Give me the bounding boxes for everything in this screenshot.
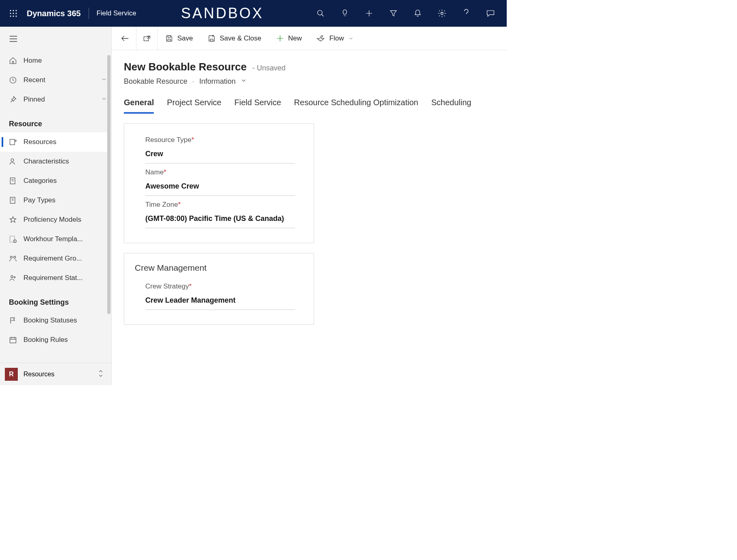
quick-create-button[interactable] <box>357 0 381 27</box>
chevron-down-icon <box>348 36 354 41</box>
save-close-button[interactable]: Save & Close <box>200 27 269 50</box>
tab-general[interactable]: General <box>124 98 154 114</box>
field-value[interactable]: Crew Leader Management <box>145 291 295 310</box>
svg-point-14 <box>11 159 14 161</box>
svg-point-7 <box>13 15 14 17</box>
tab-project-service[interactable]: Project Service <box>167 98 221 114</box>
general-card: Resource Type* Crew Name* Awesome Crew T… <box>124 123 314 243</box>
star-icon <box>9 216 17 224</box>
save-state: - Unsaved <box>252 64 285 72</box>
save-close-icon <box>208 34 216 42</box>
tab-field-service[interactable]: Field Service <box>234 98 281 114</box>
chevron-down-icon <box>240 77 247 84</box>
sidebar-item-label: Home <box>23 57 42 65</box>
svg-point-21 <box>11 276 13 278</box>
sidebar-item-label: Pay Types <box>23 196 55 204</box>
svg-rect-26 <box>168 36 171 37</box>
sidebar-item-label: Proficiency Models <box>23 216 81 224</box>
required-mark: * <box>164 168 166 176</box>
sidebar-item-reqgroups[interactable]: Requirement Gro... <box>0 249 107 268</box>
card-heading: Crew Management <box>135 263 303 273</box>
area-badge: R <box>5 368 18 381</box>
tab-rso[interactable]: Resource Scheduling Optimization <box>294 98 418 114</box>
plus-icon <box>276 34 284 42</box>
sidebar-item-label: Booking Rules <box>23 336 68 344</box>
sidebar-item-pinned[interactable]: Pinned <box>0 90 107 109</box>
sidebar-item-paytypes[interactable]: Pay Types <box>0 191 107 210</box>
svg-rect-12 <box>10 139 15 144</box>
sidebar-item-characteristics[interactable]: Characteristics <box>0 152 107 171</box>
tab-scheduling[interactable]: Scheduling <box>431 98 471 114</box>
site-map-sidebar: Home Recent Pinned Resource Resources Ch… <box>0 27 112 385</box>
save-button[interactable]: Save <box>158 27 200 50</box>
svg-rect-17 <box>10 236 15 242</box>
environment-label: SANDBOX <box>136 5 308 22</box>
svg-point-0 <box>10 10 11 11</box>
open-new-window-button[interactable] <box>136 27 158 50</box>
crew-card: Crew Management Crew Strategy* Crew Lead… <box>124 253 314 325</box>
svg-rect-24 <box>144 36 149 40</box>
sidebar-toggle-button[interactable] <box>0 27 111 51</box>
form-content: New Bookable Resource - Unsaved Bookable… <box>112 50 507 335</box>
sidebar-item-label: Workhour Templa... <box>23 235 83 243</box>
svg-point-3 <box>10 13 11 14</box>
sidebar-item-bookingrules[interactable]: Booking Rules <box>0 330 107 350</box>
sidebar-item-reqstatus[interactable]: Requirement Stat... <box>0 268 107 288</box>
svg-rect-27 <box>210 39 213 41</box>
resource-icon <box>9 138 17 146</box>
sidebar-heading-booking: Booking Settings <box>0 288 107 311</box>
notifications-button[interactable] <box>406 0 430 27</box>
sidebar-item-categories[interactable]: Categories <box>0 171 107 191</box>
chat-button[interactable] <box>478 0 503 27</box>
sidebar-item-workhour[interactable]: Workhour Templa... <box>0 229 107 249</box>
app-launcher-button[interactable] <box>4 9 23 17</box>
sidebar-item-bookingstatuses[interactable]: Booking Statuses <box>0 311 107 330</box>
question-icon <box>463 9 469 18</box>
chevron-down-icon <box>101 76 107 83</box>
flow-button[interactable]: Flow <box>309 27 361 50</box>
pin-icon <box>9 95 17 104</box>
divider <box>89 8 89 19</box>
group-icon <box>9 255 17 263</box>
cmd-label: Save & Close <box>220 34 261 42</box>
svg-point-22 <box>14 277 15 278</box>
sidebar-item-home[interactable]: Home <box>0 51 107 70</box>
field-value[interactable]: Crew <box>145 144 295 163</box>
assistant-button[interactable] <box>333 0 357 27</box>
search-button[interactable] <box>308 0 333 27</box>
field-label: Name <box>145 168 164 176</box>
area-switcher[interactable]: R Resources <box>0 363 111 385</box>
calendar-icon <box>9 336 17 344</box>
sidebar-item-label: Pinned <box>23 95 45 104</box>
svg-point-9 <box>318 11 323 15</box>
required-mark: * <box>191 136 194 144</box>
new-button[interactable]: New <box>269 27 309 50</box>
sidebar-item-proficiency[interactable]: Proficiency Models <box>0 210 107 229</box>
field-label: Crew Strategy <box>145 282 189 290</box>
svg-rect-25 <box>168 39 171 41</box>
advanced-find-button[interactable] <box>381 0 406 27</box>
app-name[interactable]: Field Service <box>96 9 136 17</box>
sidebar-item-label: Resources <box>23 138 56 146</box>
separator-dot: · <box>192 77 194 86</box>
field-value[interactable]: Awesome Crew <box>145 176 295 196</box>
sidebar-item-resources[interactable]: Resources <box>0 132 107 152</box>
settings-button[interactable] <box>430 0 454 27</box>
sidebar-scrollbar[interactable] <box>107 55 110 314</box>
field-value[interactable]: (GMT-08:00) Pacific Time (US & Canada) <box>145 209 295 228</box>
field-resource-type[interactable]: Resource Type* Crew <box>135 134 303 163</box>
field-label: Time Zone <box>145 201 178 208</box>
home-icon <box>9 57 17 65</box>
plus-icon <box>365 9 373 17</box>
product-name[interactable]: Dynamics 365 <box>23 9 89 18</box>
field-name[interactable]: Name* Awesome Crew <box>135 166 303 196</box>
sidebar-item-recent[interactable]: Recent <box>0 70 107 90</box>
people-icon <box>9 274 17 282</box>
waffle-icon <box>9 9 17 17</box>
help-button[interactable] <box>454 0 478 27</box>
back-button[interactable] <box>114 27 136 50</box>
field-crew-strategy[interactable]: Crew Strategy* Crew Leader Management <box>135 280 303 310</box>
field-timezone[interactable]: Time Zone* (GMT-08:00) Pacific Time (US … <box>135 198 303 228</box>
form-selector-button[interactable] <box>240 77 247 86</box>
sidebar-heading-resource: Resource <box>0 109 107 132</box>
